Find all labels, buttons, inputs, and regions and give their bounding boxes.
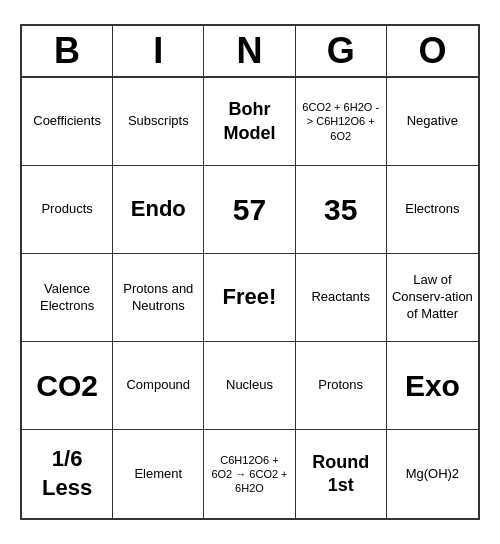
bingo-cell-12[interactable]: Free! <box>204 254 295 342</box>
header-i: I <box>113 26 204 76</box>
bingo-cell-11[interactable]: Protons and Neutrons <box>113 254 204 342</box>
bingo-cell-10[interactable]: Valence Electrons <box>22 254 113 342</box>
bingo-cell-21[interactable]: Element <box>113 430 204 518</box>
header-g: G <box>296 26 387 76</box>
bingo-cell-13[interactable]: Reactants <box>296 254 387 342</box>
bingo-cell-2[interactable]: Bohr Model <box>204 78 295 166</box>
bingo-header: B I N G O <box>22 26 478 78</box>
bingo-cell-18[interactable]: Protons <box>296 342 387 430</box>
header-n: N <box>204 26 295 76</box>
bingo-cell-14[interactable]: Law of Conserv-ation of Matter <box>387 254 478 342</box>
bingo-cell-8[interactable]: 35 <box>296 166 387 254</box>
bingo-cell-17[interactable]: Nucleus <box>204 342 295 430</box>
bingo-cell-3[interactable]: 6CO2 + 6H2O -> C6H12O6 + 6O2 <box>296 78 387 166</box>
bingo-cell-24[interactable]: Mg(OH)2 <box>387 430 478 518</box>
header-o: O <box>387 26 478 76</box>
bingo-cell-16[interactable]: Compound <box>113 342 204 430</box>
bingo-cell-20[interactable]: 1/6 Less <box>22 430 113 518</box>
bingo-cell-19[interactable]: Exo <box>387 342 478 430</box>
bingo-cell-6[interactable]: Endo <box>113 166 204 254</box>
bingo-cell-1[interactable]: Subscripts <box>113 78 204 166</box>
bingo-cell-23[interactable]: Round 1st <box>296 430 387 518</box>
bingo-cell-5[interactable]: Products <box>22 166 113 254</box>
header-b: B <box>22 26 113 76</box>
bingo-cell-0[interactable]: Coefficients <box>22 78 113 166</box>
bingo-cell-22[interactable]: C6H12O6 + 6O2 → 6CO2 + 6H2O <box>204 430 295 518</box>
bingo-cell-4[interactable]: Negative <box>387 78 478 166</box>
bingo-cell-9[interactable]: Electrons <box>387 166 478 254</box>
bingo-card: B I N G O CoefficientsSubscriptsBohr Mod… <box>20 24 480 520</box>
bingo-cell-15[interactable]: CO2 <box>22 342 113 430</box>
bingo-cell-7[interactable]: 57 <box>204 166 295 254</box>
bingo-grid: CoefficientsSubscriptsBohr Model6CO2 + 6… <box>22 78 478 518</box>
